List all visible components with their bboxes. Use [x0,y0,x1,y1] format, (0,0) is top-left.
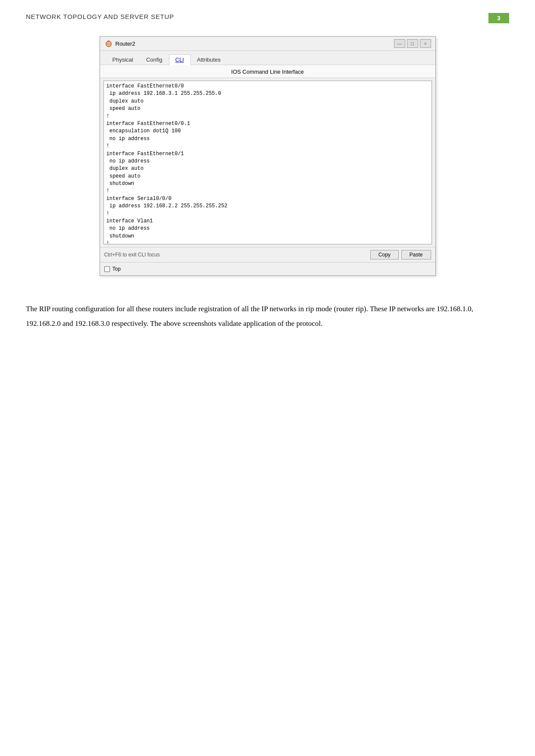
page-title: NETWORK TOPOLOGY AND SERVER SETUP [26,13,174,20]
top-label: Top [113,266,121,272]
status-buttons: Copy Paste [370,250,431,259]
router-window: Router2 — □ × Physical Config CLI Attrib… [100,36,436,276]
status-bar: Ctrl+F6 to exit CLI focus Copy Paste [100,247,435,262]
tab-config[interactable]: Config [140,54,169,65]
status-hint: Ctrl+F6 to exit CLI focus [104,252,160,258]
page-number-badge: 3 [488,13,509,23]
copy-button[interactable]: Copy [370,250,399,259]
page-header: NETWORK TOPOLOGY AND SERVER SETUP 3 [0,0,535,32]
content-area: Router2 — □ × Physical Config CLI Attrib… [0,32,535,302]
body-paragraph-1: The RIP routing configuration for all th… [26,302,509,331]
top-bar: Top [100,262,435,275]
paste-button[interactable]: Paste [401,250,431,259]
cli-text: interface FastEthernet0/0 ip address 192… [106,83,429,244]
tab-bar: Physical Config CLI Attributes [100,51,435,65]
ios-label: IOS Command Line Interface [100,65,435,78]
tab-attributes[interactable]: Attributes [191,54,227,65]
title-bar: Router2 — □ × [100,37,435,51]
top-checkbox[interactable] [104,266,110,272]
title-bar-left: Router2 [104,39,135,48]
minimize-button[interactable]: — [394,39,405,48]
window-title-text: Router2 [116,41,135,47]
restore-button[interactable]: □ [407,39,418,48]
router-icon [104,39,113,48]
window-controls: — □ × [394,39,431,48]
tab-physical[interactable]: Physical [106,54,140,65]
tab-cli[interactable]: CLI [169,54,191,65]
cli-area[interactable]: interface FastEthernet0/0 ip address 192… [103,81,432,244]
body-text-area: The RIP routing configuration for all th… [0,302,535,331]
close-button[interactable]: × [420,39,431,48]
